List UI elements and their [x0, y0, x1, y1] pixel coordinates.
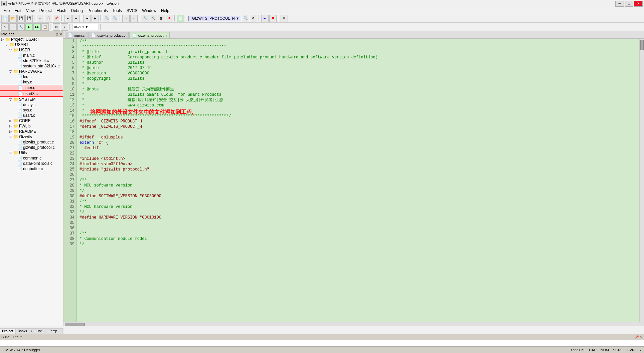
search-btn[interactable]: 🔍	[242, 15, 249, 22]
menu-peripherals[interactable]: Peripherals	[86, 8, 110, 13]
tree-fwlib[interactable]: ▷ 📁 FWLib	[0, 123, 63, 129]
clean-button[interactable]: 🗑	[158, 15, 165, 22]
redo-button[interactable]: ↪	[72, 15, 79, 22]
tree-hardware[interactable]: ▽ 📁 HARDWARE	[0, 69, 63, 74]
tree-key-c[interactable]: 📄 key.c	[0, 79, 63, 85]
tree-system-stm32[interactable]: 📄 system_stm32f10x.c	[0, 63, 63, 69]
debug-stop[interactable]: ⏹	[269, 15, 277, 22]
options-btn[interactable]: ⚙	[250, 15, 257, 22]
sidebar-tab-temp[interactable]: Temp...	[47, 329, 62, 334]
tab-gizwits-product-c[interactable]: 📄 gizwits_product.c	[88, 32, 128, 38]
tree-gizwits[interactable]: ▽ 📁 Gizwits	[0, 134, 63, 139]
build-output-controls: 📌 ✕	[635, 335, 643, 339]
code-line-20: extern "C" {	[79, 140, 639, 145]
close-button[interactable]: ✕	[634, 1, 643, 7]
code-lines[interactable]: /** ************************************…	[77, 39, 639, 322]
line-number-18: 18	[63, 129, 76, 135]
target-selector[interactable]: _GIZWITS_PROTOCOL_H ▼	[188, 16, 241, 21]
tree-core[interactable]: ▷ 📁 CORE	[0, 118, 63, 123]
build-output-close[interactable]: ✕	[640, 335, 643, 339]
tree-main-c[interactable]: 📄 main.c	[0, 53, 63, 58]
tree-stm32-it[interactable]: 📄 stm32f10x_it.c	[0, 58, 63, 63]
code-editor[interactable]: 将网添加的外设文件夹中的文件添加到工程, 1234567891011121314…	[63, 39, 639, 322]
tree-usart-c[interactable]: 📄 usart.c	[0, 113, 63, 118]
h-scroll-thumb[interactable]	[65, 323, 85, 326]
indent-button[interactable]: →	[122, 15, 130, 22]
settings-btn[interactable]: ⚙	[281, 15, 288, 22]
tb2-btn2[interactable]: ⚡	[9, 23, 17, 31]
tree-user[interactable]: ▽ 📁 USER	[0, 47, 63, 53]
maximize-button[interactable]: □	[625, 1, 633, 7]
debug-start[interactable]: ▶	[261, 15, 269, 22]
tree-usart[interactable]: ▽ 📁 USART	[0, 42, 63, 47]
tree-sys-c[interactable]: 📄 sys.c	[0, 107, 63, 113]
stop-button[interactable]: ■	[166, 15, 173, 22]
tb2-btn6[interactable]: 📋	[41, 23, 49, 31]
dpt-c-label: dataPointTools.c	[23, 161, 52, 166]
tab-gizwits-product-h[interactable]: 📄 gizwits_product.h	[129, 32, 170, 38]
tree-ringbuf-c[interactable]: 📄 ringbuffer.c	[0, 166, 63, 171]
build-all-button[interactable]: 🔨	[150, 15, 157, 22]
find-in-files-button[interactable]: 🔍	[111, 15, 118, 22]
copy-button[interactable]: 📋	[45, 15, 52, 22]
menu-view[interactable]: View	[24, 8, 37, 13]
save-button[interactable]: 💾	[17, 15, 25, 22]
tree-timer-c[interactable]: 📄 timer.c	[0, 85, 63, 91]
menu-edit[interactable]: Edit	[12, 8, 23, 13]
paste-button[interactable]: 📌	[53, 15, 60, 22]
unindent-button[interactable]: ←	[130, 15, 138, 22]
tree-readme[interactable]: ▷ 📁 README	[0, 129, 63, 134]
tb2-cursor[interactable]: ↕	[61, 23, 68, 31]
tree-gizwits-protocol-c[interactable]: 📄 gizwits_protocol.c	[0, 145, 63, 150]
tab-main-c[interactable]: 📄 main.c	[65, 32, 88, 38]
expand-icon-fwlib: ▷	[9, 124, 13, 128]
menu-flash[interactable]: Flash	[54, 8, 68, 13]
menu-project[interactable]: Project	[37, 8, 54, 13]
tree-system[interactable]: ▽ 📁 SYSTEM	[0, 97, 63, 102]
code-line-19: #ifdef __cplusplus	[79, 135, 639, 140]
build-output-pin[interactable]: 📌	[635, 335, 639, 339]
minimize-button[interactable]: ─	[615, 1, 624, 7]
menu-svcs[interactable]: SVCS	[125, 8, 140, 13]
find-button[interactable]: 🔍	[103, 15, 110, 22]
code-line-3: * @file gizwits_product.h	[79, 49, 639, 55]
sidebar-tab-func[interactable]: () Func...	[29, 329, 47, 334]
save-all-button[interactable]: 💾	[25, 15, 33, 22]
tb2-btn1[interactable]: ▷	[1, 23, 9, 31]
horizontal-scrollbar[interactable]	[63, 322, 644, 326]
menu-debug[interactable]: Debug	[69, 8, 85, 13]
code-line-14: *	[79, 108, 639, 113]
target-dropdown[interactable]: USART ▼	[72, 24, 99, 30]
code-line-32: * MCU hardware version	[79, 204, 639, 210]
tree-dpt-c[interactable]: 📄 dataPointTools.c	[0, 161, 63, 166]
undo-button[interactable]: ↩	[64, 15, 71, 22]
tree-delay-c[interactable]: 📄 delay.c	[0, 102, 63, 107]
menu-window[interactable]: Window	[140, 8, 158, 13]
new-file-button[interactable]: 📄	[1, 15, 9, 22]
nav-fwd-button[interactable]: ▶	[92, 15, 99, 22]
menu-file[interactable]: File	[1, 8, 12, 13]
tree-led-c[interactable]: 📄 led.c	[0, 74, 63, 79]
tb2-btn5[interactable]: ▶▶	[33, 23, 41, 31]
bookmark-button[interactable]: 📑	[177, 15, 184, 22]
menu-help[interactable]: Help	[159, 8, 171, 13]
tree-project[interactable]: ▷ 📁 Project: USART	[0, 37, 63, 42]
tree-utils[interactable]: ▽ 📁 Utils	[0, 150, 63, 155]
menu-tools[interactable]: Tools	[111, 8, 124, 13]
tree-gizwits-product-c[interactable]: 📄 gizwits_product.c	[0, 139, 63, 145]
tab-gprod-h-icon: 📄	[132, 33, 137, 38]
tree-usart3-c[interactable]: 📄 usart3.c	[0, 91, 63, 97]
tree-common-c[interactable]: 📄 common.c	[0, 155, 63, 161]
cut-button[interactable]: ✂	[37, 15, 44, 22]
tb2-select-all[interactable]: ⊞	[53, 23, 60, 31]
tb2-btn3[interactable]: 🔧	[17, 23, 25, 31]
sidebar-tab-project[interactable]: Project	[0, 329, 16, 334]
titlebar-controls[interactable]: ─ □ ✕	[615, 1, 643, 7]
sidebar-tab-books[interactable]: Books	[16, 329, 29, 334]
compile-button[interactable]: 🔧	[142, 15, 149, 22]
usart-label: USART	[15, 42, 28, 47]
open-file-button[interactable]: 📂	[9, 15, 17, 22]
nav-back-button[interactable]: ◀	[84, 15, 91, 22]
scroll-thumb[interactable]	[640, 40, 644, 50]
tb2-btn4[interactable]: ▶	[25, 23, 33, 31]
